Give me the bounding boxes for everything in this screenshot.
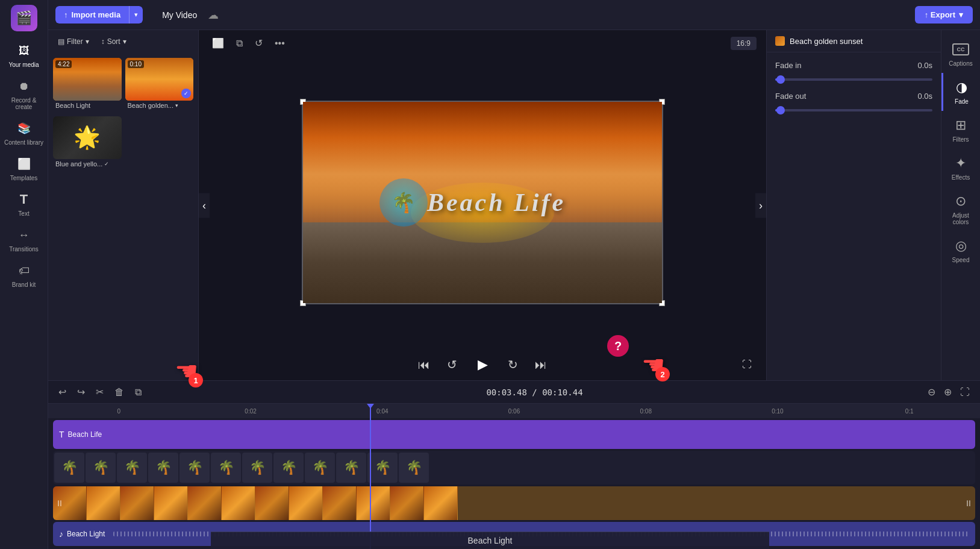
skip-back-button[interactable]: ⏮ bbox=[416, 356, 432, 374]
chevron-icon-blue-yellow: ✓ bbox=[104, 161, 109, 167]
sidebar-item-brand-kit[interactable]: 🏷 Brand kit bbox=[0, 257, 48, 293]
fade-in-slider[interactable] bbox=[775, 78, 932, 81]
ruler-6: 0:06 bbox=[448, 408, 580, 415]
filter-button[interactable]: ▤ Filter ▾ bbox=[54, 35, 93, 48]
right-panel: Beach golden sunset Fade in 0.0s Fade ou… bbox=[766, 30, 941, 380]
skip-forward-button[interactable]: ⏭ bbox=[532, 356, 549, 374]
sidebar-item-templates[interactable]: ⬜ Templates bbox=[0, 151, 48, 186]
zoom-in-button[interactable]: ⊕ bbox=[941, 384, 955, 400]
sticker-12: 🌴 bbox=[399, 453, 429, 483]
fade-out-thumb[interactable] bbox=[776, 106, 785, 115]
app-logo: 🎬 bbox=[11, 5, 37, 31]
delete-button[interactable]: 🗑 bbox=[111, 385, 127, 400]
fade-in-row: Fade in 0.0s bbox=[775, 61, 932, 70]
vf-8 bbox=[289, 486, 323, 520]
transform-tool-button[interactable]: ↺ bbox=[251, 35, 266, 51]
media-toolbar: ▤ Filter ▾ ↕ Sort ▾ bbox=[48, 30, 198, 53]
sidebar-item-transitions[interactable]: ↔ Transitions bbox=[0, 222, 48, 257]
pip-tool-button[interactable]: ⧉ bbox=[233, 36, 246, 51]
fade-out-slider[interactable] bbox=[775, 109, 932, 111]
fade-in-value: 0.0s bbox=[908, 61, 932, 70]
play-pause-button[interactable]: ▶ bbox=[472, 354, 493, 375]
duration-badge-beach-light: 4:22 bbox=[55, 60, 72, 68]
media-label-beach-light: Beach Light bbox=[53, 101, 122, 113]
forward-5s-button[interactable]: ↻ bbox=[505, 355, 520, 374]
text-icon: T bbox=[16, 191, 33, 208]
sticker-9: 🌴 bbox=[305, 453, 335, 483]
sidebar-item-text[interactable]: T Text bbox=[0, 186, 48, 222]
track-video[interactable]: ⏸ ⏸ bbox=[53, 486, 975, 520]
filters-icon: ⊞ bbox=[955, 118, 966, 133]
right-icon-captions[interactable]: CC Captions bbox=[941, 35, 980, 73]
nav-arrow-left[interactable]: ‹ bbox=[199, 193, 210, 218]
middle-area: ▤ Filter ▾ ↕ Sort ▾ 4:22 bbox=[48, 30, 980, 380]
beach-life-text-overlay: Beach Life bbox=[427, 188, 566, 217]
beach-palm-icon: 🌴 bbox=[379, 178, 428, 227]
rewind-5s-button[interactable]: ↺ bbox=[445, 355, 460, 374]
media-item-beach-golden[interactable]: 0:10 ✓ Beach golden... ▾ bbox=[125, 58, 194, 113]
fade-in-slider-wrap bbox=[775, 78, 932, 81]
vf-11 bbox=[390, 486, 424, 520]
vf-4 bbox=[154, 486, 188, 520]
media-item-beach-light[interactable]: 4:22 Beach Light bbox=[53, 58, 122, 113]
timeline-tracks: T Beach Life 🌴 🌴 🌴 🌴 🌴 🌴 🌴 🌴 bbox=[48, 418, 980, 549]
import-dropdown-button[interactable]: ▾ bbox=[129, 6, 143, 24]
record-create-icon: ⏺ bbox=[16, 78, 33, 95]
timeline-time: 00:03.48 / 00:10.44 bbox=[486, 387, 582, 397]
export-button[interactable]: ↑ Export ▾ bbox=[915, 6, 973, 24]
right-icon-speed[interactable]: ◎ Speed bbox=[941, 231, 980, 269]
crop-tool-button[interactable]: ⬜ bbox=[208, 35, 228, 51]
filter-chevron-icon: ▾ bbox=[86, 37, 89, 46]
media-item-blue-yellow[interactable]: 🌟 Blue and yello... ✓ bbox=[53, 116, 122, 171]
import-media-button[interactable]: ↑ Import media bbox=[55, 6, 129, 24]
cut-button[interactable]: ✂ bbox=[93, 384, 107, 400]
video-track-inner: ⏸ ⏸ bbox=[53, 486, 975, 520]
right-panel-header: Beach golden sunset bbox=[767, 30, 941, 52]
pause-left-icon: ⏸ bbox=[55, 498, 64, 508]
ruler-0: 0 bbox=[53, 408, 185, 415]
fade-section: Fade in 0.0s Fade out 0.0s bbox=[767, 52, 941, 131]
media-thumb-beach-golden[interactable]: 0:10 ✓ bbox=[125, 58, 194, 101]
templates-icon: ⬜ bbox=[16, 155, 33, 172]
media-thumb-beach-light[interactable]: 4:22 bbox=[53, 58, 122, 101]
track-stickers[interactable]: 🌴 🌴 🌴 🌴 🌴 🌴 🌴 🌴 🌴 🌴 🌴 🌴 bbox=[53, 451, 975, 485]
adjust-colors-icon: ⊙ bbox=[955, 193, 966, 209]
fullscreen-button[interactable]: ⛶ bbox=[740, 357, 754, 372]
aspect-ratio-button[interactable]: 16:9 bbox=[731, 37, 757, 50]
duplicate-button[interactable]: ⧉ bbox=[132, 385, 145, 400]
preview-area: ‹ › ⬜ ⧉ ↺ ••• 16:9 bbox=[199, 30, 766, 380]
redo-button[interactable]: ↪ bbox=[74, 384, 88, 400]
right-icon-effects[interactable]: ✦ Effects bbox=[941, 149, 980, 187]
sidebar-item-record-create[interactable]: ⏺ Record & create bbox=[0, 73, 48, 115]
import-icon: ↑ bbox=[64, 10, 68, 19]
undo-button[interactable]: ↩ bbox=[55, 384, 69, 400]
fade-out-label: Fade out bbox=[775, 92, 806, 101]
ruler-4: 0:04 bbox=[316, 408, 448, 415]
right-icon-filters[interactable]: ⊞ Filters bbox=[941, 111, 980, 149]
sticker-6: 🌴 bbox=[211, 453, 241, 483]
right-icon-fade[interactable]: ◑ Fade bbox=[941, 73, 980, 111]
cloud-sync-icon: ☁ bbox=[208, 8, 219, 22]
fade-in-thumb[interactable] bbox=[776, 75, 785, 84]
more-tools-button[interactable]: ••• bbox=[271, 36, 289, 51]
fit-timeline-button[interactable]: ⛶ bbox=[957, 385, 973, 400]
sidebar-item-content-library[interactable]: 📚 Content library bbox=[0, 115, 48, 151]
right-icon-adjust-colors[interactable]: ⊙ Adjust colors bbox=[941, 187, 980, 231]
speed-icon: ◎ bbox=[955, 238, 967, 254]
vf-5 bbox=[188, 486, 222, 520]
media-thumb-blue-yellow[interactable]: 🌟 bbox=[53, 116, 122, 159]
import-group: ↑ Import media ▾ bbox=[55, 6, 143, 24]
sidebar-item-your-media[interactable]: 🖼 Your media bbox=[0, 37, 48, 73]
sort-button[interactable]: ↕ Sort ▾ bbox=[98, 35, 130, 48]
panel-title: Beach golden sunset bbox=[790, 37, 863, 46]
export-chevron-icon: ▾ bbox=[959, 10, 963, 19]
sort-icon: ↕ bbox=[101, 37, 105, 46]
vf-10 bbox=[357, 486, 390, 520]
nav-arrow-right[interactable]: › bbox=[755, 193, 766, 218]
media-panel: ▤ Filter ▾ ↕ Sort ▾ 4:22 bbox=[48, 30, 199, 380]
zoom-out-button[interactable]: ⊖ bbox=[925, 384, 938, 400]
pause-right-icon: ⏸ bbox=[964, 498, 973, 508]
timeline-toolbar: ↩ ↪ ✂ 🗑 ⧉ 00:03.48 / 00:10.44 ⊖ ⊕ ⛶ bbox=[48, 381, 980, 404]
track-beach-life-text[interactable]: T Beach Life bbox=[53, 420, 975, 449]
sort-chevron-icon: ▾ bbox=[123, 37, 126, 46]
